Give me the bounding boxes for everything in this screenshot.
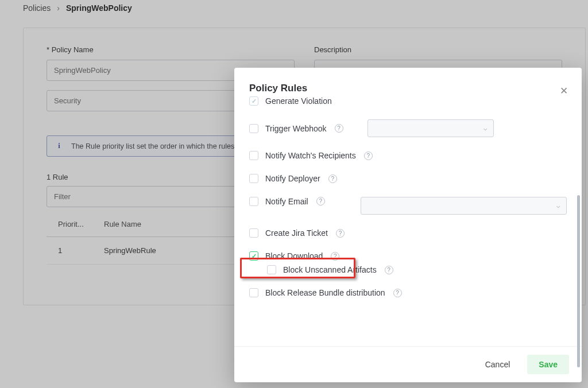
- scrollbar[interactable]: [577, 195, 580, 367]
- checkbox-block-download[interactable]: ✓: [249, 251, 258, 261]
- checkbox-trigger-webhook[interactable]: [249, 124, 258, 133]
- label-generate-violation: Generate Violation: [265, 96, 332, 106]
- help-icon[interactable]: ?: [393, 289, 402, 297]
- policy-rules-modal: Policy Rules ✕ ✓ Generate Violation Trig…: [234, 68, 582, 382]
- chevron-down-icon: ⌵: [556, 202, 560, 209]
- label-block-download: Block Download: [265, 251, 323, 261]
- checkbox-notify-watch[interactable]: [249, 151, 258, 160]
- webhook-select[interactable]: ⌵: [368, 119, 494, 137]
- checkbox-create-jira[interactable]: [249, 228, 258, 238]
- label-notify-email: Notify Email: [265, 197, 308, 206]
- chevron-down-icon: ⌵: [483, 125, 488, 132]
- help-icon[interactable]: ?: [364, 152, 373, 160]
- modal-title: Policy Rules: [249, 83, 567, 94]
- help-icon[interactable]: ?: [316, 197, 325, 205]
- label-create-jira: Create Jira Ticket: [265, 228, 328, 238]
- help-icon[interactable]: ?: [328, 174, 337, 183]
- help-icon[interactable]: ?: [331, 252, 339, 261]
- label-block-release: Block Release Bundle distribution: [265, 288, 385, 297]
- checkbox-block-unscanned[interactable]: [267, 265, 276, 274]
- help-icon[interactable]: ?: [335, 124, 343, 133]
- checkbox-block-release[interactable]: [249, 288, 258, 297]
- close-icon[interactable]: ✕: [558, 83, 570, 99]
- save-button[interactable]: Save: [527, 355, 569, 374]
- label-block-unscanned: Block Unscanned Artifacts: [283, 265, 377, 274]
- checkbox-notify-deployer[interactable]: [249, 174, 258, 183]
- email-select[interactable]: ⌵: [361, 197, 567, 215]
- label-notify-watch: Notify Watch's Recipients: [265, 151, 356, 160]
- checkbox-notify-email[interactable]: [249, 197, 258, 206]
- help-icon[interactable]: ?: [336, 229, 345, 238]
- cancel-button[interactable]: Cancel: [479, 356, 516, 373]
- help-icon[interactable]: ?: [385, 266, 393, 274]
- label-trigger-webhook: Trigger Webhook: [265, 124, 327, 133]
- label-notify-deployer: Notify Deployer: [265, 174, 320, 183]
- checkbox-generate-violation[interactable]: ✓: [249, 96, 258, 106]
- modal-footer: Cancel Save: [234, 346, 582, 382]
